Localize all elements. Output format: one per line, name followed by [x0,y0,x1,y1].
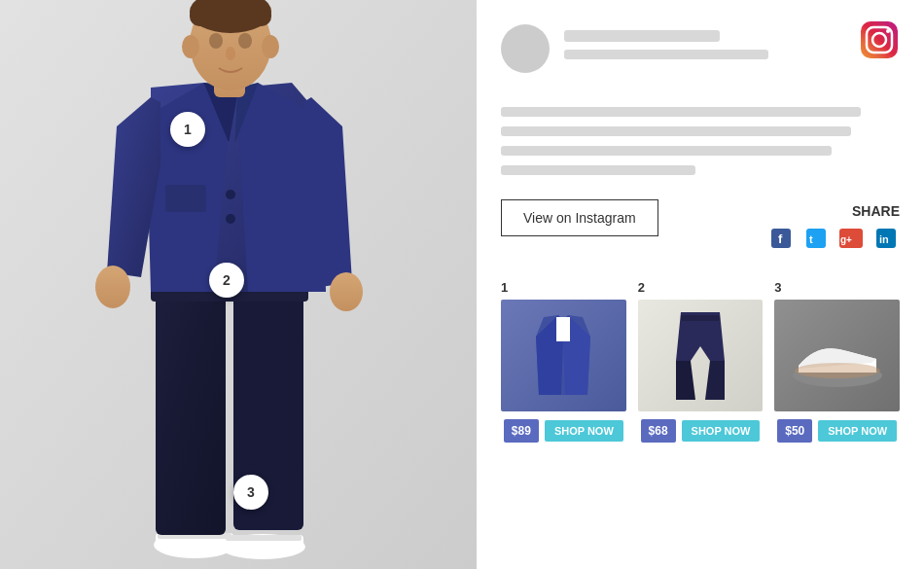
svg-point-13 [226,214,235,224]
svg-text:in: in [879,233,889,245]
desc-line-4 [501,165,695,175]
svg-point-22 [209,33,223,49]
product-2-image [638,300,764,411]
product-2-actions: $68 SHOP NOW [641,419,761,443]
product-2-shop-button[interactable]: SHOP NOW [682,420,761,442]
profile-name-skeleton [564,30,720,42]
right-panel: View on Instagram SHARE f t g+ in [477,0,924,569]
product-2-number: 2 [638,280,645,295]
svg-point-28 [886,29,890,33]
header-row [501,19,900,92]
product-1-actions: $89 SHOP NOW [504,419,623,443]
google-plus-icon[interactable]: g+ [837,225,865,252]
linkedin-icon[interactable]: in [872,225,900,252]
svg-text:t: t [809,233,813,245]
product-1-number: 1 [501,280,508,295]
social-icons-row: f t g+ in [767,225,900,252]
svg-point-12 [226,190,235,199]
svg-point-21 [262,35,279,58]
share-label: SHARE [767,203,900,219]
product-item-1: 1 $89 SHOP NOW [501,280,626,443]
svg-point-20 [182,35,199,58]
desc-line-3 [501,146,832,156]
twitter-icon[interactable]: t [802,225,830,252]
svg-rect-6 [226,535,302,541]
view-instagram-button[interactable]: View on Instagram [501,199,658,236]
desc-line-1 [501,107,861,117]
product-grid: 1 $89 SHOP NOW 2 [501,280,900,443]
hotspot-1[interactable]: 1 [170,112,205,147]
product-3-price: $50 [777,419,812,443]
product-1-shop-button[interactable]: SHOP NOW [545,420,623,442]
avatar [501,24,550,73]
profile-info [564,30,768,67]
share-section: SHARE f t g+ in [767,203,900,252]
svg-rect-19 [190,5,271,26]
svg-point-40 [795,363,880,378]
product-3-number: 3 [774,280,781,295]
svg-rect-7 [156,282,226,535]
product-3-shop-button[interactable]: SHOP NOW [818,420,897,442]
product-item-2: 2 $68 SHOP NOW [638,280,764,443]
svg-point-15 [330,272,363,311]
svg-rect-11 [165,185,206,212]
product-3-image [774,300,900,411]
svg-rect-38 [681,315,720,321]
svg-text:f: f [778,231,783,246]
svg-point-24 [226,47,235,60]
svg-text:g+: g+ [840,234,852,245]
svg-rect-37 [556,317,570,341]
product-2-price: $68 [641,419,676,443]
facebook-icon[interactable]: f [767,225,795,252]
hotspot-3[interactable]: 3 [233,475,268,510]
main-image-panel: 1 2 3 [0,0,477,569]
product-1-image [501,300,626,411]
svg-point-23 [238,33,252,49]
product-3-actions: $50 SHOP NOW [777,419,897,443]
profile-section [501,24,768,73]
description-section [501,107,900,175]
svg-point-14 [95,266,130,308]
product-item-3: 3 $50 SHOP NOW [774,280,900,443]
product-1-price: $89 [504,419,539,443]
hotspot-2[interactable]: 2 [209,263,244,298]
desc-line-2 [501,126,851,136]
action-row: View on Instagram SHARE f t g+ in [501,199,900,256]
instagram-icon[interactable] [859,19,900,64]
profile-handle-skeleton [564,50,768,59]
